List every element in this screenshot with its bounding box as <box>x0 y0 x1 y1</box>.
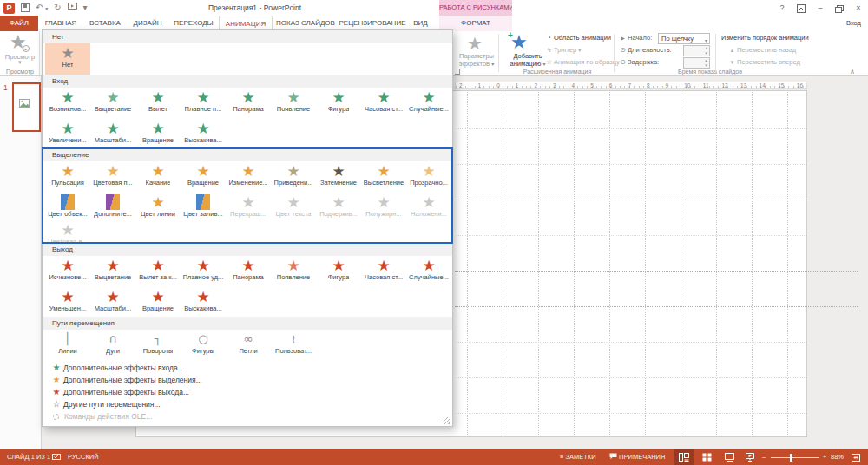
move-later-button[interactable]: ▼Переместить вперед <box>727 58 800 66</box>
gallery-item[interactable]: ★Увеличени... <box>45 119 90 148</box>
gallery-item[interactable]: ★Вылет за к... <box>135 256 181 287</box>
zoom-out-button[interactable]: – <box>762 449 766 465</box>
gallery-item[interactable]: ★Цветовая п... <box>90 161 135 193</box>
slideshow-view-button[interactable] <box>740 449 760 465</box>
ribbon-tab-1[interactable]: ФАЙЛ <box>0 16 38 31</box>
move-earlier-button[interactable]: ▲Переместить назад <box>727 46 796 54</box>
gallery-item[interactable]: ★Часовая ст... <box>361 88 406 119</box>
gallery-item[interactable]: ★Нет <box>45 43 90 75</box>
gallery-item[interactable]: ★Пульсация <box>45 161 90 193</box>
reading-view-button[interactable] <box>719 449 740 465</box>
gallery-item[interactable]: ★Изменение... <box>226 161 271 193</box>
gallery-item[interactable]: │Линии <box>45 330 90 359</box>
slide-thumbnail[interactable] <box>12 82 41 132</box>
gallery-item[interactable]: ★Перекраш... <box>226 193 271 220</box>
gallery-item[interactable]: ★Панорама <box>226 256 271 287</box>
resize-grip-icon[interactable] <box>444 417 450 424</box>
help-icon[interactable]: ? <box>776 2 788 14</box>
gallery-item[interactable]: ★Уменьшен... <box>45 287 90 317</box>
start-slideshow-icon[interactable] <box>68 2 77 14</box>
animation-pane-button[interactable]: ◔Область анимации <box>544 34 611 42</box>
customize-qat-icon[interactable]: ▾ <box>83 2 88 14</box>
gallery-item[interactable]: ★Высветление <box>361 161 406 193</box>
gallery-item[interactable]: ★Прозрачно... <box>406 161 451 193</box>
gallery-item[interactable]: ★Цвет текста <box>271 193 316 220</box>
gallery-item[interactable]: ★Вращение <box>135 287 181 317</box>
gallery-item[interactable]: ★Цвет объек... <box>45 193 90 220</box>
fit-to-window-icon[interactable] <box>852 454 860 462</box>
gallery-item[interactable]: ★Случайные... <box>406 256 451 287</box>
dialog-launcher-icon[interactable] <box>455 69 460 75</box>
duration-spinner[interactable]: ▲▼ <box>683 45 710 56</box>
gallery-item[interactable]: ★Часовая ст... <box>361 256 406 287</box>
gallery-item[interactable]: ★Цветовая в... <box>45 220 90 243</box>
minimize-icon[interactable]: – <box>814 2 826 14</box>
gallery-item[interactable]: ★Полужирн... <box>361 193 406 220</box>
delay-spinner[interactable]: ▲▼ <box>683 57 710 69</box>
zoom-in-button[interactable]: + <box>823 449 826 465</box>
collapse-ribbon-button[interactable]: ∧ <box>850 68 855 75</box>
gallery-menu-item[interactable]: ★Дополнительные эффекты выделения... <box>43 374 452 386</box>
close-icon[interactable]: × <box>852 2 865 14</box>
gallery-item[interactable]: ★Приведени... <box>271 161 316 193</box>
gallery-item[interactable]: ★Выцветание <box>90 88 135 119</box>
gallery-item[interactable]: ┐Повороты <box>135 330 181 359</box>
animation-painter-button[interactable]: ☆Анимация по образцу <box>544 58 620 66</box>
gallery-item[interactable]: ★Выскакива... <box>181 287 226 317</box>
gallery-item[interactable]: ★Появление <box>271 256 316 287</box>
gallery-item[interactable]: ★Возникнов... <box>45 88 90 119</box>
zoom-level[interactable]: 88% <box>831 449 844 465</box>
gallery-item[interactable]: ★Фигура <box>316 256 361 287</box>
sign-in-link[interactable]: Вход <box>846 16 861 31</box>
gallery-item[interactable]: ★Панорама <box>226 88 271 119</box>
gallery-menu-item[interactable]: ☆Другие пути перемещения... <box>43 398 452 410</box>
gallery-menu-item[interactable]: ★Дополнительные эффекты выхода... <box>43 386 452 398</box>
gallery-item[interactable]: ≀Пользоват... <box>271 330 316 359</box>
gallery-item[interactable]: ★Плавное п... <box>181 88 226 119</box>
normal-view-button[interactable] <box>674 449 694 465</box>
gallery-item[interactable]: ★Выцветание <box>90 256 135 287</box>
gallery-item[interactable]: ★Случайные... <box>406 88 451 119</box>
trigger-button[interactable]: ϟТриггер ▾ <box>544 46 581 54</box>
gallery-item[interactable]: ★Фигура <box>316 88 361 119</box>
gallery-item-label: Нет <box>62 61 74 69</box>
gallery-item[interactable]: ★Вращение <box>135 119 181 148</box>
gallery-item[interactable]: ★Качание <box>135 161 181 193</box>
gallery-item[interactable]: ★Вращение <box>181 161 226 193</box>
comments-button[interactable]: ПРИМЕЧАНИЯ <box>609 449 665 465</box>
gallery-item[interactable]: ★Дополните... <box>90 193 135 220</box>
gallery-item[interactable]: ★Наложени... <box>406 193 451 220</box>
gallery-item[interactable]: ∞Петли <box>226 330 271 359</box>
gallery-item[interactable]: ★Масштаби... <box>90 287 135 317</box>
effect-options-button[interactable]: Параметры эффектов ▾ <box>452 53 501 68</box>
spell-check-icon[interactable] <box>52 454 61 462</box>
gallery-item[interactable]: ★Вылет <box>135 88 181 119</box>
zoom-slider-handle[interactable] <box>790 454 792 462</box>
slide-sorter-view-button[interactable] <box>696 449 717 465</box>
zoom-slider-track[interactable] <box>771 457 819 458</box>
undo-icon[interactable]: ↶ ▾ <box>36 2 48 15</box>
preview-dropdown-caret[interactable]: ▼ <box>17 60 23 65</box>
gallery-menu-item[interactable]: Команды действия OLE... <box>43 410 452 422</box>
redo-icon[interactable]: ↻ <box>54 2 61 14</box>
gallery-item[interactable]: ★Подчеркив... <box>316 193 361 220</box>
gallery-item[interactable]: ∩Дуги <box>90 330 135 359</box>
gallery-item[interactable]: ○Фигуры <box>181 330 226 359</box>
language-button[interactable]: РУССКИЙ <box>68 449 99 465</box>
notes-button[interactable]: ≡ ЗАМЕТКИ <box>560 449 596 465</box>
gallery-item[interactable]: ★Затемнение <box>316 161 361 193</box>
gallery-item[interactable]: ★Исчезнове... <box>45 256 90 287</box>
gallery-item[interactable]: ★Масштаби... <box>90 119 135 148</box>
slide-thumbnails-panel[interactable]: 1 <box>0 76 41 449</box>
ribbon-display-options-icon[interactable] <box>795 3 807 13</box>
start-combo[interactable]: По щелчку▾ <box>658 33 710 44</box>
restore-icon[interactable] <box>833 3 845 13</box>
gallery-item[interactable]: ★Появление <box>271 88 316 119</box>
gallery-item[interactable]: ★Выскакива... <box>181 119 226 148</box>
gallery-menu-item[interactable]: ★Дополнительные эффекты входа... <box>43 362 452 374</box>
powerpoint-logo-icon[interactable]: P <box>3 3 15 14</box>
gallery-item[interactable]: ★Цвет залив... <box>181 193 226 220</box>
gallery-item[interactable]: ★Плавное уд... <box>181 256 226 287</box>
save-icon[interactable] <box>21 3 30 12</box>
gallery-item[interactable]: ★Цвет линии <box>135 193 181 220</box>
